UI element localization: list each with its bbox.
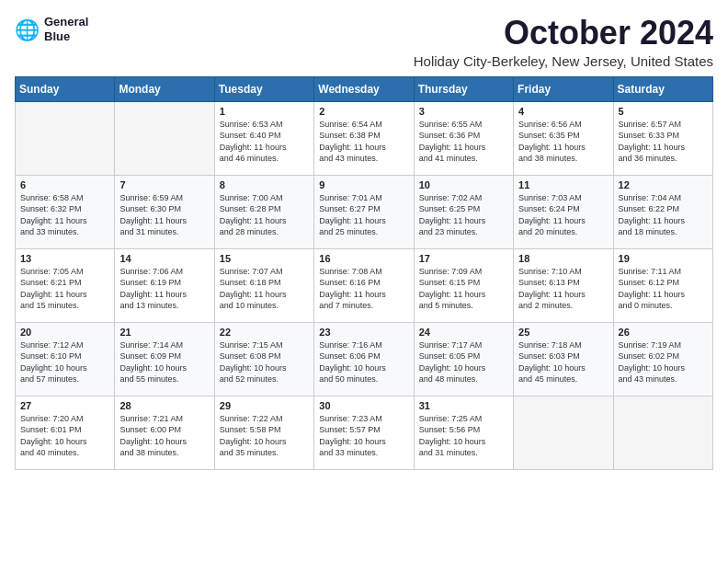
calendar-week-row: 20Sunrise: 7:12 AM Sunset: 6:10 PM Dayli…: [16, 322, 713, 396]
day-number: 10: [419, 179, 508, 190]
day-number: 15: [220, 253, 309, 264]
day-number: 1: [220, 106, 309, 117]
calendar-day-cell: [115, 101, 214, 175]
day-info: Sunrise: 7:11 AM Sunset: 6:12 PM Dayligh…: [619, 266, 708, 312]
calendar-day-cell: [514, 396, 613, 469]
calendar-week-row: 13Sunrise: 7:05 AM Sunset: 6:21 PM Dayli…: [16, 248, 713, 322]
calendar-table: SundayMondayTuesdayWednesdayThursdayFrid…: [15, 76, 713, 470]
day-number: 26: [619, 327, 708, 338]
day-info: Sunrise: 6:55 AM Sunset: 6:36 PM Dayligh…: [419, 119, 508, 165]
day-number: 29: [220, 400, 309, 411]
day-number: 11: [518, 179, 608, 190]
calendar-day-cell: 1Sunrise: 6:53 AM Sunset: 6:40 PM Daylig…: [214, 101, 313, 175]
calendar-day-cell: 10Sunrise: 7:02 AM Sunset: 6:25 PM Dayli…: [414, 175, 513, 248]
day-info: Sunrise: 7:06 AM Sunset: 6:19 PM Dayligh…: [119, 266, 209, 312]
month-title: October 2024: [414, 15, 713, 52]
day-number: 8: [220, 179, 309, 190]
calendar-day-cell: 25Sunrise: 7:18 AM Sunset: 6:03 PM Dayli…: [514, 322, 613, 396]
calendar-day-cell: 5Sunrise: 6:57 AM Sunset: 6:33 PM Daylig…: [613, 101, 712, 175]
calendar-day-cell: 14Sunrise: 7:06 AM Sunset: 6:19 PM Dayli…: [115, 248, 214, 322]
day-info: Sunrise: 6:57 AM Sunset: 6:33 PM Dayligh…: [619, 119, 708, 165]
calendar-day-cell: 18Sunrise: 7:10 AM Sunset: 6:13 PM Dayli…: [514, 248, 613, 322]
day-info: Sunrise: 7:16 AM Sunset: 6:06 PM Dayligh…: [319, 339, 408, 385]
calendar-day-cell: 21Sunrise: 7:14 AM Sunset: 6:09 PM Dayli…: [115, 322, 214, 396]
logo-icon: 🌐: [15, 17, 40, 42]
day-info: Sunrise: 7:08 AM Sunset: 6:16 PM Dayligh…: [319, 266, 408, 312]
day-number: 19: [619, 253, 708, 264]
day-number: 17: [419, 253, 508, 264]
day-number: 22: [220, 327, 309, 338]
calendar-day-cell: 13Sunrise: 7:05 AM Sunset: 6:21 PM Dayli…: [16, 248, 115, 322]
logo: 🌐 General Blue: [15, 15, 88, 43]
day-info: Sunrise: 7:00 AM Sunset: 6:28 PM Dayligh…: [220, 192, 309, 238]
day-info: Sunrise: 7:12 AM Sunset: 6:10 PM Dayligh…: [20, 339, 109, 385]
svg-text:🌐: 🌐: [15, 17, 40, 41]
calendar-day-cell: 24Sunrise: 7:17 AM Sunset: 6:05 PM Dayli…: [414, 322, 513, 396]
day-number: 16: [319, 253, 408, 264]
day-info: Sunrise: 6:56 AM Sunset: 6:35 PM Dayligh…: [518, 119, 608, 165]
calendar-day-cell: [613, 396, 712, 469]
day-number: 2: [319, 106, 408, 117]
day-number: 3: [419, 106, 508, 117]
calendar-day-cell: 6Sunrise: 6:58 AM Sunset: 6:32 PM Daylig…: [16, 175, 115, 248]
calendar-day-cell: 30Sunrise: 7:23 AM Sunset: 5:57 PM Dayli…: [314, 396, 414, 469]
day-info: Sunrise: 7:17 AM Sunset: 6:05 PM Dayligh…: [419, 339, 508, 385]
day-info: Sunrise: 6:58 AM Sunset: 6:32 PM Dayligh…: [20, 192, 109, 238]
weekday-header: Saturday: [613, 76, 712, 101]
day-info: Sunrise: 7:04 AM Sunset: 6:22 PM Dayligh…: [619, 192, 708, 238]
calendar-day-cell: 23Sunrise: 7:16 AM Sunset: 6:06 PM Dayli…: [314, 322, 414, 396]
title-section: October 2024 Holiday City-Berkeley, New …: [414, 15, 713, 69]
calendar-header-row: SundayMondayTuesdayWednesdayThursdayFrid…: [16, 76, 713, 101]
day-info: Sunrise: 7:14 AM Sunset: 6:09 PM Dayligh…: [119, 339, 209, 385]
day-info: Sunrise: 7:20 AM Sunset: 6:01 PM Dayligh…: [20, 413, 109, 459]
location-title: Holiday City-Berkeley, New Jersey, Unite…: [414, 53, 713, 69]
day-info: Sunrise: 7:18 AM Sunset: 6:03 PM Dayligh…: [518, 339, 608, 385]
calendar-day-cell: 7Sunrise: 6:59 AM Sunset: 6:30 PM Daylig…: [115, 175, 214, 248]
calendar-day-cell: 17Sunrise: 7:09 AM Sunset: 6:15 PM Dayli…: [414, 248, 513, 322]
calendar-week-row: 27Sunrise: 7:20 AM Sunset: 6:01 PM Dayli…: [16, 396, 713, 469]
calendar-week-row: 1Sunrise: 6:53 AM Sunset: 6:40 PM Daylig…: [16, 101, 713, 175]
calendar-day-cell: 22Sunrise: 7:15 AM Sunset: 6:08 PM Dayli…: [214, 322, 313, 396]
day-number: 9: [319, 179, 408, 190]
day-info: Sunrise: 7:25 AM Sunset: 5:56 PM Dayligh…: [419, 413, 508, 459]
day-info: Sunrise: 7:21 AM Sunset: 6:00 PM Dayligh…: [119, 413, 209, 459]
day-info: Sunrise: 7:19 AM Sunset: 6:02 PM Dayligh…: [619, 339, 708, 385]
calendar-day-cell: 4Sunrise: 6:56 AM Sunset: 6:35 PM Daylig…: [514, 101, 613, 175]
calendar-day-cell: 12Sunrise: 7:04 AM Sunset: 6:22 PM Dayli…: [613, 175, 712, 248]
logo-text: General Blue: [44, 15, 88, 43]
calendar-day-cell: 19Sunrise: 7:11 AM Sunset: 6:12 PM Dayli…: [613, 248, 712, 322]
day-number: 23: [319, 327, 408, 338]
weekday-header: Monday: [115, 76, 214, 101]
calendar-day-cell: 31Sunrise: 7:25 AM Sunset: 5:56 PM Dayli…: [414, 396, 513, 469]
calendar-week-row: 6Sunrise: 6:58 AM Sunset: 6:32 PM Daylig…: [16, 175, 713, 248]
day-number: 7: [119, 179, 209, 190]
day-info: Sunrise: 7:22 AM Sunset: 5:58 PM Dayligh…: [220, 413, 309, 459]
day-info: Sunrise: 7:05 AM Sunset: 6:21 PM Dayligh…: [20, 266, 109, 312]
day-number: 27: [20, 400, 109, 411]
day-number: 4: [518, 106, 608, 117]
day-number: 31: [419, 400, 508, 411]
day-number: 13: [20, 253, 109, 264]
day-info: Sunrise: 7:23 AM Sunset: 5:57 PM Dayligh…: [319, 413, 408, 459]
day-info: Sunrise: 6:59 AM Sunset: 6:30 PM Dayligh…: [119, 192, 209, 238]
calendar-day-cell: 20Sunrise: 7:12 AM Sunset: 6:10 PM Dayli…: [16, 322, 115, 396]
calendar-day-cell: 3Sunrise: 6:55 AM Sunset: 6:36 PM Daylig…: [414, 101, 513, 175]
day-number: 5: [619, 106, 708, 117]
day-info: Sunrise: 7:15 AM Sunset: 6:08 PM Dayligh…: [220, 339, 309, 385]
day-number: 25: [518, 327, 608, 338]
day-info: Sunrise: 6:54 AM Sunset: 6:38 PM Dayligh…: [319, 119, 408, 165]
weekday-header: Tuesday: [214, 76, 313, 101]
day-number: 20: [20, 327, 109, 338]
calendar-day-cell: 27Sunrise: 7:20 AM Sunset: 6:01 PM Dayli…: [16, 396, 115, 469]
weekday-header: Sunday: [16, 76, 115, 101]
day-number: 6: [20, 179, 109, 190]
day-number: 30: [319, 400, 408, 411]
calendar-day-cell: 15Sunrise: 7:07 AM Sunset: 6:18 PM Dayli…: [214, 248, 313, 322]
day-number: 28: [119, 400, 209, 411]
day-number: 24: [419, 327, 508, 338]
weekday-header: Thursday: [414, 76, 513, 101]
calendar-day-cell: 8Sunrise: 7:00 AM Sunset: 6:28 PM Daylig…: [214, 175, 313, 248]
day-info: Sunrise: 7:03 AM Sunset: 6:24 PM Dayligh…: [518, 192, 608, 238]
day-number: 14: [119, 253, 209, 264]
calendar-day-cell: 26Sunrise: 7:19 AM Sunset: 6:02 PM Dayli…: [613, 322, 712, 396]
